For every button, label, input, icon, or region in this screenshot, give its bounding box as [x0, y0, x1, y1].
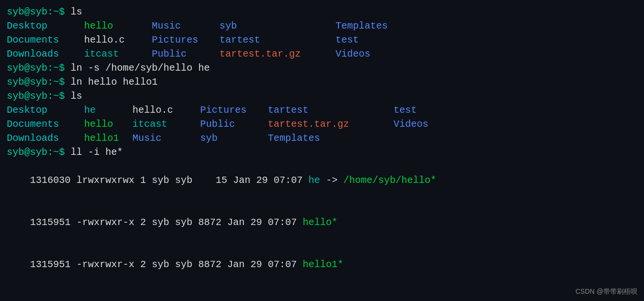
ls-item: Documents — [7, 117, 84, 131]
terminal-line: syb@syb:~$ ls — [7, 5, 637, 19]
prompt: syb@syb:~$ — [7, 89, 71, 103]
ls-item: Music — [132, 131, 200, 145]
terminal-line: syb@syb:~$ ll -i he* — [7, 145, 637, 159]
ll-filename: hello1* — [303, 259, 343, 270]
ls-item: test — [336, 33, 359, 47]
ls-item: Videos — [394, 117, 428, 131]
ls-item: Documents — [7, 33, 84, 47]
ls-item: Videos — [336, 47, 370, 61]
ls-item: Pictures — [152, 33, 220, 47]
ls-item: test — [394, 103, 417, 117]
ls-output-row: DocumentshelloitcastPublictartest.tar.gz… — [7, 117, 637, 131]
ls-item: hello.c — [84, 33, 152, 47]
ls-item: Music — [152, 19, 220, 33]
ls-item: hello — [84, 117, 132, 131]
ls-item: Desktop — [7, 103, 84, 117]
terminal-line: syb@syb:~$ ln -s /home/syb/hello he — [7, 61, 637, 75]
terminal-line: syb@syb:~$ ls — [7, 89, 637, 103]
command: ls — [71, 5, 82, 19]
ls-item: Downloads — [7, 47, 84, 61]
ls-item: hello.c — [132, 103, 200, 117]
ls-item: Pictures — [200, 103, 268, 117]
ls-item: hello — [84, 19, 152, 33]
ls-item: Desktop — [7, 19, 84, 33]
prompt: syb@syb:~$ — [7, 61, 71, 75]
prompt: syb@syb:~$ — [7, 145, 71, 159]
watermark: CSDN @带带刷梧呗 — [575, 286, 637, 296]
ll-target: /home/syb/hello* — [343, 175, 436, 186]
ls-item: he — [84, 103, 132, 117]
ls-item: itcast — [132, 117, 200, 131]
prompt: syb@syb:~$ — [7, 75, 71, 89]
ls-item: Public — [200, 117, 268, 131]
ls-output-row: DownloadsitcastPublictartest.tar.gzVideo… — [7, 47, 637, 61]
ls-item: syb — [220, 19, 336, 33]
ls-item: Downloads — [7, 131, 84, 145]
ls-item: tartest — [268, 103, 394, 117]
ls-item: tartest.tar.gz — [220, 47, 336, 61]
ls-item: hello1 — [84, 131, 132, 145]
terminal: syb@syb:~$ ls DesktophelloMusicsybTempla… — [7, 5, 637, 296]
ll-output-row: 1315951 -rwxrwxr-x 2 syb syb 8872 Jan 29… — [7, 243, 637, 286]
prompt: syb@syb:~$ — [7, 5, 71, 19]
inode: 1315951 -rwxrwxr-x 2 syb syb 8872 Jan 29… — [30, 217, 303, 228]
ls-item: Public — [152, 47, 220, 61]
inode: 1315951 -rwxrwxr-x 2 syb syb 8872 Jan 29… — [30, 259, 303, 270]
command: ls — [71, 89, 82, 103]
ls-item: Templates — [268, 131, 394, 145]
ls-item: itcast — [84, 47, 152, 61]
ls-output-row: Documentshello.cPicturestartesttest — [7, 33, 637, 47]
ls-item: tartest.tar.gz — [268, 117, 394, 131]
ls-output-row: Downloadshello1MusicsybTemplates — [7, 131, 637, 145]
ls-output-row: Desktophehello.cPicturestartesttest — [7, 103, 637, 117]
command: ll -i he* — [71, 145, 123, 159]
ll-output-row: 1316030 lrwxrwxrwx 1 syb syb 15 Jan 29 0… — [7, 159, 637, 201]
ll-output-row: 1315951 -rwxrwxr-x 2 syb syb 8872 Jan 29… — [7, 201, 637, 243]
ls-item: tartest — [220, 33, 336, 47]
ll-output-row: 1315982 -rw-rw-r-- 1 syb syb 76 Jan 29 0… — [7, 286, 637, 301]
ll-filename: hello* — [303, 217, 337, 228]
inode: 1316030 lrwxrwxrwx 1 syb syb 15 Jan 29 0… — [30, 175, 308, 186]
ll-arrow: -> — [320, 175, 343, 186]
ls-output-row: DesktophelloMusicsybTemplates — [7, 19, 637, 33]
ls-item: Templates — [336, 19, 388, 33]
command: ln -s /home/syb/hello he — [71, 61, 210, 75]
terminal-line: syb@syb:~$ ln hello hello1 — [7, 75, 637, 89]
command: ln hello hello1 — [71, 75, 158, 89]
ls-item: syb — [200, 131, 268, 145]
ll-filename: he — [308, 175, 320, 186]
